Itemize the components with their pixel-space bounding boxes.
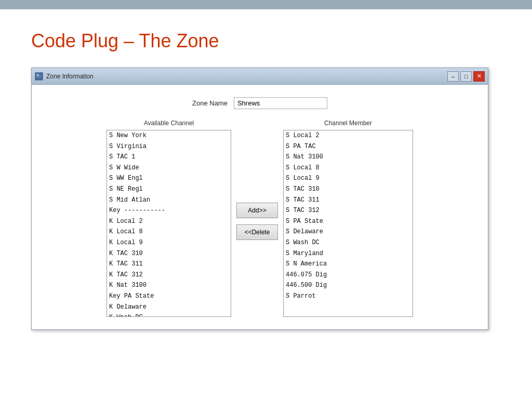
svg-rect-1 [36,74,39,76]
channel-member-list[interactable]: S Local 2S PA TACS Nat 3100S Local 8S Lo… [283,130,413,317]
list-item[interactable]: S Wash DC [284,237,413,248]
list-item[interactable]: S Parrot [284,291,413,302]
list-item[interactable]: S PA TAC [284,141,413,152]
slide-title: Code Plug – The Zone [31,30,501,52]
list-item[interactable]: K Local 9 [107,237,231,248]
available-channel-list[interactable]: S New YorkS VirginiaS TAC 1S W WideS WW … [107,130,231,317]
available-channel-label: Available Channel [144,119,194,127]
list-item[interactable]: S TAC 1 [107,152,231,163]
add-button[interactable]: Add>> [236,203,278,218]
slide-background: Code Plug – The Zone Zone Information – … [0,0,532,399]
zone-name-label: Zone Name [192,99,228,107]
list-item[interactable]: S Local 8 [284,163,413,174]
list-item[interactable]: K TAC 312 [107,270,231,281]
list-item[interactable]: S NE Regl [107,184,231,195]
maximize-button[interactable]: □ [460,71,472,82]
list-item[interactable]: S Nat 3100 [284,152,413,163]
list-item[interactable]: S Local 2 [284,130,413,141]
list-item[interactable]: S N America [284,259,413,270]
list-item[interactable]: 446.500 Dig [284,280,413,291]
list-item[interactable]: Key ----------- [107,205,231,216]
list-item[interactable]: S Delaware [284,227,413,237]
zone-information-window: Zone Information – □ ✕ Zone Name [31,68,488,330]
list-item[interactable]: S PA State [284,216,413,227]
minimize-button[interactable]: – [447,71,459,82]
window-titlebar: Zone Information – □ ✕ [32,68,488,85]
list-item[interactable]: S Maryland [284,248,413,259]
list-item[interactable]: S WW Engl [107,173,231,184]
list-item[interactable]: K Delaware [107,302,231,313]
list-item[interactable]: S Local 9 [284,173,413,184]
list-item[interactable]: K Wash DC [107,312,231,317]
list-item[interactable]: S Virginia [107,141,231,152]
delete-button[interactable]: <<Delete [236,224,278,240]
slide-content: Code Plug – The Zone Zone Information – … [0,9,532,351]
list-item[interactable]: K TAC 311 [107,259,231,270]
close-button[interactable]: ✕ [473,71,485,82]
list-item[interactable]: K Local 8 [107,227,231,237]
list-item[interactable]: S TAC 312 [284,205,413,216]
window-body: Zone Name Available Channel S New YorkS … [32,85,488,329]
action-buttons: Add>> <<Delete [236,203,278,240]
zone-name-input[interactable] [234,97,327,109]
list-item[interactable]: S W Wide [107,163,231,174]
list-item[interactable]: K Nat 3100 [107,280,231,291]
window-title: Zone Information [46,73,94,80]
titlebar-left: Zone Information [35,72,94,81]
window-controls: – □ ✕ [447,71,485,82]
list-item[interactable]: K TAC 310 [107,248,231,259]
list-item[interactable]: S New York [107,130,231,141]
window-icon [35,72,43,81]
list-item[interactable]: S Mid Atlan [107,195,231,206]
list-item[interactable]: K Local 2 [107,216,231,227]
lists-area: Available Channel S New YorkS VirginiaS … [42,119,477,317]
channel-member-label: Channel Member [324,119,372,127]
list-item[interactable]: Key PA State [107,291,231,302]
list-item[interactable]: 446.075 Dig [284,270,413,281]
available-channel-section: Available Channel S New YorkS VirginiaS … [107,119,231,317]
list-item[interactable]: S TAC 311 [284,195,413,206]
top-bar [0,0,532,9]
list-item[interactable]: S TAC 310 [284,184,413,195]
channel-member-section: Channel Member S Local 2S PA TACS Nat 31… [283,119,413,317]
zone-name-row: Zone Name [42,97,477,109]
